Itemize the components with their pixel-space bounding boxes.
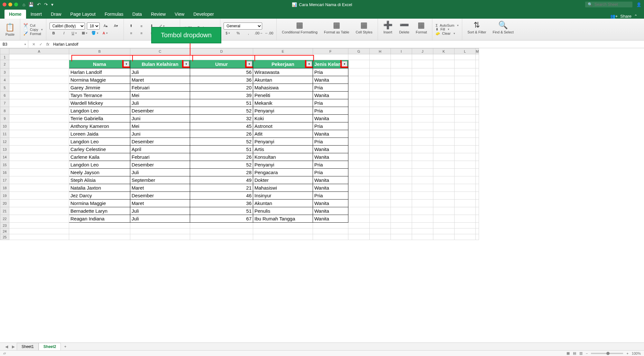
fill-button[interactable]: Fill <box>440 27 445 31</box>
table-cell[interactable]: Dokter <box>253 176 313 184</box>
col-header-M[interactable]: M <box>475 49 479 54</box>
tab-review[interactable]: Review <box>146 10 170 19</box>
table-cell[interactable]: Juli <box>130 169 190 176</box>
table-cell[interactable]: Juli <box>130 207 190 215</box>
col-header-K[interactable]: K <box>433 49 454 54</box>
row-header[interactable]: 18 <box>0 184 9 192</box>
table-cell[interactable]: Penulis <box>253 207 313 215</box>
clear-button[interactable]: Clear <box>442 31 450 35</box>
format-as-table-button[interactable]: ▦Format as Table <box>322 20 351 39</box>
table-cell[interactable]: Garey Jimmie <box>69 84 130 92</box>
row-header[interactable]: 23 <box>0 223 9 228</box>
tab-data[interactable]: Data <box>128 10 147 19</box>
col-header-D[interactable]: D <box>190 49 253 54</box>
table-cell[interactable]: Insinyur <box>253 192 313 200</box>
table-cell[interactable]: Natalia Jaxton <box>69 184 130 192</box>
col-header-E[interactable]: E <box>253 49 313 54</box>
row-header[interactable]: 25 <box>0 234 9 240</box>
table-cell[interactable]: Wanita <box>313 184 348 192</box>
borders-button[interactable]: ▦▾ <box>80 30 89 37</box>
table-cell[interactable]: Juli <box>130 99 190 107</box>
table-cell[interactable]: Pengacara <box>253 169 313 176</box>
table-cell[interactable]: Atlit <box>253 130 313 138</box>
copy-button[interactable]: Copy <box>30 28 38 31</box>
table-cell[interactable]: 49 <box>190 176 253 184</box>
col-header-H[interactable]: H <box>369 49 391 54</box>
table-cell[interactable]: Taryn Terrance <box>69 92 130 99</box>
delete-cells-button[interactable]: ➖Delete <box>397 20 411 39</box>
tab-view[interactable]: View <box>170 10 189 19</box>
row-header[interactable]: 3 <box>0 68 9 76</box>
font-color-button[interactable]: A▾ <box>101 30 109 37</box>
search-input[interactable] <box>594 2 630 7</box>
table-cell[interactable]: 28 <box>190 169 253 176</box>
table-cell[interactable]: Pria <box>313 192 348 200</box>
row-header[interactable]: 19 <box>0 192 9 200</box>
table-cell[interactable]: Carlene Kaila <box>69 153 130 161</box>
table-cell[interactable]: Wanita <box>313 200 348 207</box>
decrease-font-icon[interactable]: A▾ <box>112 22 120 30</box>
table-cell[interactable]: 39 <box>190 92 253 99</box>
table-cell[interactable]: Pria <box>313 99 348 107</box>
table-cell[interactable]: Desember <box>130 107 190 115</box>
table-cell[interactable]: Astronot <box>253 122 313 130</box>
row-header[interactable]: 24 <box>0 228 9 234</box>
table-cell[interactable]: Juli <box>130 215 190 223</box>
table-cell[interactable]: Neely Jayson <box>69 169 130 176</box>
row-header[interactable]: 21 <box>0 207 9 215</box>
row-header[interactable]: 2 <box>0 60 9 68</box>
row-header[interactable]: 14 <box>0 153 9 161</box>
col-header-J[interactable]: J <box>412 49 433 54</box>
table-cell[interactable]: Juni <box>130 115 190 122</box>
table-cell[interactable]: Penyanyi <box>253 107 313 115</box>
fill-color-button[interactable]: 🪣▾ <box>91 30 99 37</box>
cut-button[interactable]: Cut <box>30 23 35 27</box>
format-cells-button[interactable]: ▦Format <box>414 20 429 39</box>
decrease-decimal-icon[interactable]: ←.00 <box>265 30 273 37</box>
table-cell[interactable]: Pria <box>313 107 348 115</box>
table-cell[interactable]: Pria <box>313 122 348 130</box>
conditional-formatting-button[interactable]: ▦Conditional Formatting <box>280 20 319 39</box>
row-header[interactable]: 8 <box>0 107 9 115</box>
find-select-button[interactable]: 🔍Find & Select <box>491 20 515 39</box>
table-cell[interactable]: Februari <box>130 153 190 161</box>
table-cell[interactable]: Normina Maggie <box>69 200 130 207</box>
table-cell[interactable]: Anthony Kameron <box>69 122 130 130</box>
align-center-icon[interactable]: ≡ <box>137 30 146 37</box>
italic-button[interactable]: I <box>60 30 68 37</box>
table-cell[interactable]: Februari <box>130 84 190 92</box>
cell-styles-button[interactable]: ▦Cell Styles <box>354 20 374 39</box>
table-cell[interactable]: 21 <box>190 184 253 192</box>
table-cell[interactable]: Peneliti <box>253 92 313 99</box>
table-cell[interactable]: Mahasiswi <box>253 184 313 192</box>
col-header-F[interactable]: F <box>313 49 348 54</box>
tab-page-layout[interactable]: Page Layout <box>66 10 100 19</box>
table-cell[interactable]: Reagan Indiana <box>69 215 130 223</box>
table-cell[interactable]: Jez Darcy <box>69 192 130 200</box>
currency-icon[interactable]: $▾ <box>224 30 232 37</box>
table-cell[interactable]: Langdon Leo <box>69 138 130 146</box>
font-size-select[interactable]: 18 <box>87 22 100 30</box>
row-header[interactable]: 10 <box>0 122 9 130</box>
table-cell[interactable]: Konsultan <box>253 153 313 161</box>
table-cell[interactable]: Langdon Leo <box>69 161 130 169</box>
table-cell[interactable]: Harlan Landolf <box>69 68 130 76</box>
table-cell[interactable]: Wanita <box>313 92 348 99</box>
filter-dropdown-icon[interactable]: ▼ <box>124 61 129 67</box>
table-cell[interactable]: 32 <box>190 115 253 122</box>
table-cell[interactable]: Ibu Rumah Tangga <box>253 215 313 223</box>
table-cell[interactable]: 52 <box>190 161 253 169</box>
table-header[interactable]: Umur▼ <box>190 60 253 68</box>
row-header[interactable]: 6 <box>0 92 9 99</box>
table-cell[interactable]: Wanita <box>313 207 348 215</box>
table-cell[interactable]: Desember <box>130 138 190 146</box>
table-cell[interactable]: Akuntan <box>253 76 313 84</box>
table-cell[interactable]: Maret <box>130 184 190 192</box>
table-cell[interactable]: Juni <box>130 130 190 138</box>
table-cell[interactable]: Desember <box>130 161 190 169</box>
filter-dropdown-icon[interactable]: ▼ <box>183 61 189 67</box>
tab-developer[interactable]: Developer <box>189 10 218 19</box>
filter-dropdown-icon[interactable]: ▼ <box>306 61 312 67</box>
row-header[interactable]: 17 <box>0 176 9 184</box>
table-cell[interactable]: Bernadette Laryn <box>69 207 130 215</box>
